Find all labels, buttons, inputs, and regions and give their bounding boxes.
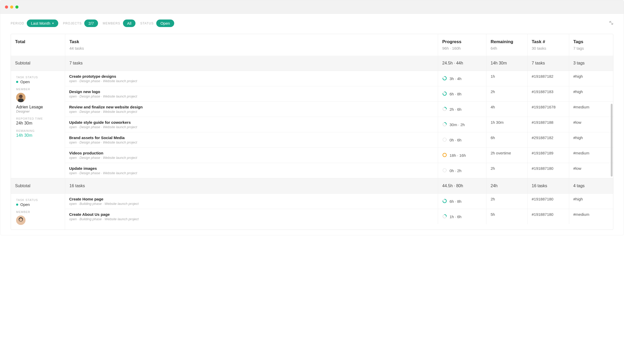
task-cell-number: #191887188 bbox=[527, 117, 569, 132]
filter-projects: PROJECTS 2/7 bbox=[63, 20, 98, 27]
group-side-panel: TASK STATUSOpenMEMBER bbox=[11, 194, 65, 230]
task-cell-number: #191887183 bbox=[527, 86, 569, 101]
side-member-label: MEMBER bbox=[16, 88, 61, 91]
task-row[interactable]: Review and finalize new website designop… bbox=[65, 101, 613, 117]
filter-period-pill[interactable]: Last Month ▼ bbox=[27, 20, 58, 27]
side-remaining-value: 14h 30m bbox=[16, 133, 61, 138]
task-cell-progress: 6h · 8h bbox=[438, 86, 486, 101]
task-row[interactable]: Update imagesopen · Design phase · Websi… bbox=[65, 163, 613, 178]
task-row[interactable]: Videos productionopen · Design phase · W… bbox=[65, 147, 613, 163]
task-row[interactable]: Design new logoopen · Design phase · Web… bbox=[65, 86, 613, 101]
progress-text: 30m · 2h bbox=[450, 122, 465, 127]
subtotal-label: Subtotal bbox=[11, 56, 65, 71]
task-title: Videos production bbox=[69, 151, 434, 155]
task-row[interactable]: Create prototype designsopen · Design ph… bbox=[65, 71, 613, 86]
avatar[interactable] bbox=[16, 93, 25, 102]
window-controls bbox=[5, 5, 18, 9]
header-task: Task 44 tasks bbox=[65, 34, 438, 56]
subtotal-remaining: 24h bbox=[486, 178, 527, 193]
export-icon[interactable] bbox=[609, 21, 613, 26]
task-cell-tag: #low bbox=[569, 163, 613, 178]
task-cell-remaining: 6h bbox=[486, 132, 527, 147]
task-title: Create About Us page bbox=[69, 212, 434, 217]
header-progress-sub: 96h · 160h bbox=[442, 46, 482, 50]
report-table: Total Task 44 tasks Progress 96h · 160h … bbox=[11, 34, 613, 230]
avatar[interactable] bbox=[16, 216, 25, 225]
task-cell-tag: #high bbox=[569, 194, 613, 209]
filter-bar: PERIOD Last Month ▼ PROJECTS 2/7 MEMBERS… bbox=[0, 14, 624, 34]
task-cell-tag: #medium bbox=[569, 148, 613, 163]
task-cell-title: Update imagesopen · Design phase · Websi… bbox=[65, 163, 438, 178]
table-header-row: Total Task 44 tasks Progress 96h · 160h … bbox=[11, 34, 613, 56]
status-dot-icon bbox=[16, 81, 18, 83]
task-row[interactable]: Update style guide for coworkersopen · D… bbox=[65, 117, 613, 132]
subtotal-tags: 4 tags bbox=[569, 178, 613, 193]
task-cell-number: #191887180 bbox=[527, 209, 569, 224]
subtotal-row: Subtotal16 tasks44.5h · 80h24h16 tasks4 … bbox=[11, 178, 613, 193]
header-progress: Progress 96h · 160h bbox=[438, 34, 486, 56]
progress-ring-icon bbox=[442, 107, 447, 112]
task-meta: open · Building phase · Website launch p… bbox=[69, 217, 434, 221]
task-cell-tag: #medium bbox=[569, 102, 613, 117]
task-meta: open · Design phase · Website launch pro… bbox=[69, 171, 434, 175]
header-total-label: Total bbox=[15, 39, 61, 44]
subtotal-taskno: 16 tasks bbox=[527, 178, 569, 193]
task-cell-tag: #high bbox=[569, 71, 613, 86]
subtotal-tasks: 16 tasks bbox=[65, 178, 438, 193]
task-cell-title: Design new logoopen · Design phase · Web… bbox=[65, 86, 438, 101]
task-cell-remaining: 5h bbox=[486, 209, 527, 224]
subtotal-tags: 3 tags bbox=[569, 56, 613, 71]
filter-projects-pill[interactable]: 2/7 bbox=[84, 20, 98, 27]
filter-status-pill[interactable]: Open bbox=[156, 20, 174, 27]
progress-ring-icon bbox=[442, 199, 447, 204]
side-reported-label: REPORTED TIME bbox=[16, 117, 61, 120]
subtotal-remaining: 14h 30m bbox=[486, 56, 527, 71]
progress-text: 0h · 2h bbox=[450, 168, 462, 173]
task-cell-remaining: 2h bbox=[486, 86, 527, 101]
group-side-panel: TASK STATUSOpenMEMBERAdrien LesageDesign… bbox=[11, 71, 65, 178]
filter-members-pill[interactable]: All bbox=[123, 20, 136, 27]
header-taskno-label: Task # bbox=[532, 39, 565, 44]
close-window-button[interactable] bbox=[5, 5, 8, 9]
chevron-down-icon: ▼ bbox=[52, 22, 54, 25]
task-title: Update style guide for coworkers bbox=[69, 120, 434, 125]
filter-status-label: STATUS bbox=[140, 22, 154, 25]
maximize-window-button[interactable] bbox=[15, 5, 18, 9]
svg-point-13 bbox=[443, 168, 446, 172]
filter-status-value: Open bbox=[160, 21, 170, 25]
minimize-window-button[interactable] bbox=[10, 5, 13, 9]
side-member-label: MEMBER bbox=[16, 210, 61, 213]
subtotal-row: Subtotal7 tasks24.5h · 44h14h 30m7 tasks… bbox=[11, 56, 613, 71]
header-remaining-sub: 64h bbox=[491, 46, 523, 50]
task-title: Create Home page bbox=[69, 197, 434, 201]
filter-period-label: PERIOD bbox=[11, 22, 24, 25]
task-cell-remaining: 2h bbox=[486, 163, 527, 178]
subtotal-tasks: 7 tasks bbox=[65, 56, 438, 71]
filter-period: PERIOD Last Month ▼ bbox=[11, 20, 58, 27]
task-meta: open · Design phase · Website launch pro… bbox=[69, 79, 434, 83]
side-status-label: TASK STATUS bbox=[16, 76, 61, 79]
task-list: Create prototype designsopen · Design ph… bbox=[65, 71, 613, 178]
task-cell-remaining: 4h bbox=[486, 102, 527, 117]
task-cell-progress: 0h · 2h bbox=[438, 163, 486, 178]
group: TASK STATUSOpenMEMBERAdrien LesageDesign… bbox=[11, 71, 613, 178]
task-row[interactable]: Brand assets for Social Mediaopen · Desi… bbox=[65, 132, 613, 147]
progress-ring-icon bbox=[442, 214, 447, 219]
svg-rect-2 bbox=[18, 99, 24, 102]
task-cell-number: #191887182 bbox=[527, 71, 569, 86]
task-row[interactable]: Create Home pageopen · Building phase · … bbox=[65, 194, 613, 209]
subtotal-label: Subtotal bbox=[11, 178, 65, 193]
filter-members: MEMBERS All bbox=[103, 20, 135, 27]
task-meta: open · Design phase · Website launch pro… bbox=[69, 110, 434, 114]
task-title: Review and finalize new website design bbox=[69, 105, 434, 109]
header-total: Total bbox=[11, 34, 65, 56]
progress-text: 3h · 4h bbox=[450, 76, 462, 81]
progress-ring-icon bbox=[442, 168, 447, 173]
task-cell-tag: #low bbox=[569, 117, 613, 132]
progress-text: 6h · 8h bbox=[450, 92, 462, 96]
task-cell-remaining: 1h bbox=[486, 71, 527, 86]
task-row[interactable]: Create About Us pageopen · Building phas… bbox=[65, 209, 613, 224]
task-cell-title: Create About Us pageopen · Building phas… bbox=[65, 209, 438, 224]
header-tags: Tags 7 tags bbox=[569, 34, 613, 56]
scrollbar-thumb[interactable] bbox=[611, 104, 613, 177]
